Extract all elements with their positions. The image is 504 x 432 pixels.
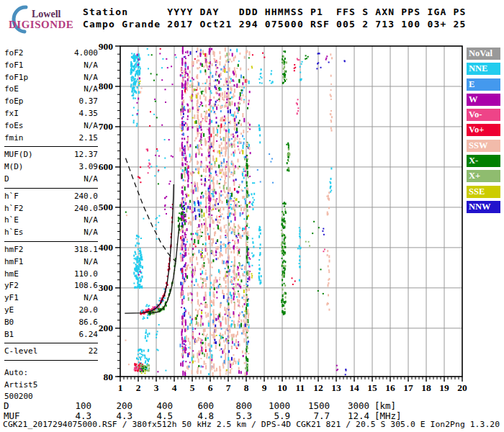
svg-text:5: 5	[190, 382, 195, 393]
svg-text:700: 700	[99, 121, 114, 132]
svg-text:300: 300	[99, 282, 114, 293]
distance-value: 3000	[0, 400, 369, 411]
svg-text:400: 400	[99, 242, 114, 253]
svg-text:16: 16	[385, 382, 395, 393]
svg-text:12: 12	[313, 382, 323, 393]
svg-text:500: 500	[99, 202, 114, 212]
svg-text:3: 3	[154, 382, 159, 393]
svg-text:11: 11	[296, 382, 305, 393]
ionogram-plot: 9008007006005004003002008012345678910111…	[0, 0, 504, 432]
svg-text:2: 2	[136, 382, 141, 393]
svg-text:7: 7	[226, 382, 231, 393]
svg-text:15: 15	[367, 382, 377, 393]
svg-text:80: 80	[104, 372, 114, 382]
svg-text:200: 200	[99, 323, 114, 333]
svg-text:13: 13	[331, 382, 341, 393]
svg-text:1: 1	[118, 382, 123, 393]
svg-text:800: 800	[99, 81, 114, 91]
svg-text:18: 18	[421, 382, 431, 393]
ionogram-screen: Lowell DIGISONDE Station YYYY DAY DDD HH…	[0, 0, 504, 432]
svg-text:6: 6	[208, 382, 213, 393]
file-info-line: CGK21_2017294075000.RSF / 380fx512h 50 k…	[3, 420, 500, 429]
muf-distance-table: D100200400600800100015003000[km]MUF4.34.…	[0, 400, 504, 420]
svg-text:19: 19	[439, 382, 449, 393]
svg-text:900: 900	[99, 41, 114, 52]
svg-text:600: 600	[99, 161, 114, 172]
svg-text:17: 17	[403, 382, 413, 393]
svg-text:20: 20	[457, 382, 467, 393]
svg-text:8: 8	[244, 382, 249, 393]
svg-text:4: 4	[172, 382, 177, 393]
svg-text:9: 9	[262, 382, 267, 393]
distance-unit: [km]	[374, 400, 396, 411]
svg-text:10: 10	[277, 382, 287, 393]
svg-text:14: 14	[349, 382, 359, 393]
